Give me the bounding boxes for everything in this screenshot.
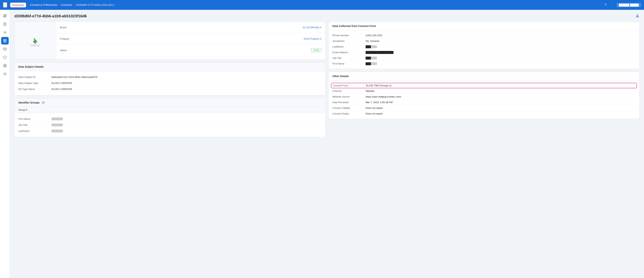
detail-row-ds-type-name: DS Type Name ELCID 2 GROUPS — [18, 86, 322, 92]
breadcrumb-consent-preferences[interactable]: Consent & Preferences — [30, 3, 57, 6]
group0-lastname-value: ███ — [52, 130, 63, 132]
brand-program-status-card: COMPANY NAME Brand ELCID BRAND A Program… — [14, 22, 326, 59]
identifier-groups-header: Identifier Groups 2 — [14, 98, 325, 107]
subject-id-value[interactable]: bedec8a3-f121-4314-803c-44be1cad2075 — [52, 76, 98, 78]
identifier-groups-count: 2 — [41, 101, 46, 104]
brand-value[interactable]: ELCID BRAND A — [303, 26, 322, 29]
other-details-body: Consent Form ELCID TWO Groups v1 Channel… — [328, 80, 639, 119]
sidebar-item-users[interactable] — [1, 29, 9, 36]
svg-rect-2 — [4, 15, 5, 17]
program-row: Program Elcid Program A — [56, 33, 325, 44]
od-consent-validity-label: Consent Validity — [332, 107, 362, 109]
other-details-card: Other Details Consent Form ELCID TWO Gro… — [328, 72, 640, 119]
group0-lastname-row: LastName ███ — [18, 128, 322, 134]
page-title: d339b8bf-e77d-4bb6-a1b9-ab51023f16d6 — [14, 14, 87, 18]
brand-row: Brand ELCID BRAND A — [56, 22, 325, 33]
od-channel-label: Channel — [332, 90, 362, 92]
sidebar — [0, 10, 10, 278]
dc-email-row: Email Address ████████████████ — [332, 50, 636, 55]
sidebar-item-contacts[interactable] — [1, 45, 9, 53]
od-date-received-label: Date Received — [332, 101, 362, 104]
subject-type-value: ELCID 2 GROUPS — [52, 82, 72, 84]
dc-firstname-label: First Name — [332, 62, 362, 65]
dc-jurisdiction-row: Jurisdiction Fiji, Oceania — [332, 38, 636, 44]
group0-lastname-label: LastName — [18, 130, 48, 132]
identifier-groups-card: Identifier Groups 2 Group 0 First Name █… — [14, 98, 326, 137]
svg-point-8 — [4, 31, 6, 33]
sidebar-item-global[interactable] — [1, 62, 9, 69]
dc-phone-row: Phone Number (242) 153-1251 — [332, 33, 636, 38]
dc-lastname-row: LastName ███ — [332, 44, 636, 50]
topnav-right: ? 👤 ██████ █████ — [604, 3, 641, 7]
dc-jurisdiction-label: Jurisdiction — [332, 40, 362, 42]
dc-jobtitle-value: ███ — [366, 57, 377, 59]
od-consent-form-label: Consent Form — [333, 84, 363, 87]
brand-label: Brand — [60, 26, 66, 29]
identifier-groups-title: Identifier Groups — [18, 101, 40, 104]
breadcrumb: Consent & Preferences › Consents › d339b… — [30, 3, 116, 6]
svg-rect-1 — [5, 14, 6, 16]
od-consent-expiry-label: Consent Expiry — [332, 112, 362, 115]
sidebar-item-privacy[interactable] — [1, 53, 9, 61]
group0-jobtitle-row: Job Title ███ — [18, 122, 322, 128]
status-badge: Active — [311, 48, 322, 52]
dc-firstname-value: ███ — [366, 62, 377, 65]
brand-logo: COMPANY NAME — [27, 34, 44, 47]
brand-fields: Brand ELCID BRAND A Program Elcid Progra… — [56, 22, 325, 59]
help-button[interactable]: ? — [604, 3, 606, 7]
identifier-group-0-body: First Name ███ Job Title ███ LastName ██… — [14, 113, 325, 137]
hamburger-menu[interactable]: ☰ — [3, 2, 7, 7]
dc-lastname-label: LastName — [332, 45, 362, 48]
data-collected-body: Phone Number (242) 153-1251 Jurisdiction… — [328, 30, 639, 69]
program-label: Program — [60, 37, 69, 40]
svg-rect-0 — [4, 14, 5, 15]
dc-phone-label: Phone Number — [332, 34, 362, 37]
dc-firstname-row: First Name ███ — [332, 61, 636, 66]
detail-row-subject-id: Data Subject ID bedec8a3-f121-4314-803c-… — [18, 74, 322, 80]
program-value[interactable]: Elcid Program A — [304, 37, 322, 40]
dc-email-label: Email Address — [332, 51, 362, 54]
data-subject-section-header: Data Subject Details — [14, 63, 325, 71]
right-column: Data Collected from Consent Form Phone N… — [328, 22, 640, 137]
od-consent-form-row: Consent Form ELCID TWO Groups v1 — [331, 83, 637, 88]
od-channel-row: Channel Website — [332, 88, 636, 94]
group0-jobtitle-label: Job Title — [18, 124, 48, 126]
svg-rect-3 — [5, 16, 6, 17]
sidebar-item-reports[interactable] — [1, 20, 9, 28]
user-name-display[interactable]: ██████ █████ — [616, 3, 641, 7]
sidebar-item-settings[interactable] — [1, 70, 9, 78]
top-navigation: ☰ TrustArc Consent & Preferences › Conse… — [0, 0, 644, 10]
page-header: d339b8bf-e77d-4bb6-a1b9-ab51023f16d6 — [14, 13, 640, 19]
dc-jobtitle-label: Job Title — [332, 57, 362, 59]
dc-jobtitle-row: Job Title ███ — [332, 55, 636, 61]
subject-type-label: Data Subject Type — [18, 82, 48, 84]
left-column: COMPANY NAME Brand ELCID BRAND A Program… — [14, 22, 326, 137]
od-website-source-label: Website Source — [332, 95, 362, 98]
group0-firstname-row: First Name ███ — [18, 116, 322, 122]
data-subject-section-body: Data Subject ID bedec8a3-f121-4314-803c-… — [14, 71, 325, 95]
breadcrumb-current: d339b8bf-e77d-4bb6-a1b9-ab51... — [76, 3, 116, 6]
download-button[interactable] — [635, 13, 640, 19]
brand-logo-area: COMPANY NAME — [14, 22, 56, 59]
dc-jurisdiction-value: Fiji, Oceania — [366, 40, 379, 42]
data-subject-details-card: Data Subject Details Data Subject ID bed… — [14, 62, 326, 95]
ds-type-name-value: ELCID 2 GROUPS — [52, 88, 72, 90]
dc-phone-value: (242) 153-1251 — [366, 34, 382, 37]
group0-firstname-label: First Name — [18, 117, 48, 120]
breadcrumb-sep-2: › — [74, 3, 74, 6]
svg-point-17 — [4, 73, 5, 74]
trustarc-logo: TrustArc — [10, 3, 26, 7]
breadcrumb-consents[interactable]: Consents — [61, 3, 72, 6]
sidebar-item-dashboard[interactable] — [1, 12, 9, 20]
status-label: Status — [60, 49, 67, 52]
sidebar-item-consents[interactable] — [1, 37, 9, 44]
od-consent-validity-value: Does not expire — [366, 107, 383, 109]
data-collected-header: Data Collected from Consent Form — [328, 22, 639, 30]
od-website-source-value[interactable]: https://cpm-staging.trustarc.com/ — [366, 95, 401, 98]
status-row: Status Active — [56, 44, 325, 56]
user-profile-button[interactable]: 👤 — [610, 3, 614, 7]
svg-text:COMPANY NAME: COMPANY NAME — [30, 45, 40, 46]
od-website-source-row: Website Source https://cpm-staging.trust… — [332, 94, 636, 100]
group0-firstname-value: ███ — [52, 117, 63, 120]
od-date-received-value: Mar 7, 2023, 5:55:36 PM — [366, 101, 393, 104]
